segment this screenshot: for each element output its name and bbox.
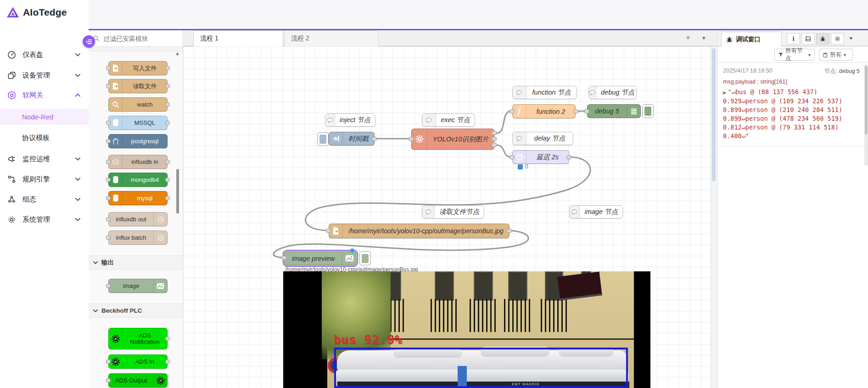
exec-output-port-2[interactable] (492, 137, 497, 141)
palette-node-ads-output[interactable]: ADS Output (106, 373, 170, 388)
canvas-scrollbar[interactable] (711, 46, 717, 388)
sidebar-item-gateway[interactable]: 软网关 (0, 88, 89, 102)
comment-delay[interactable]: delay 节点 (512, 132, 573, 145)
palette-node-ads-notification[interactable]: ADS Notification (106, 328, 170, 349)
sidebar-subitem-node-red[interactable]: Node-Red (0, 108, 89, 125)
palette-node-write-file[interactable]: 写入文件 (106, 61, 170, 75)
palette-node-postgresql[interactable]: postgresql (106, 134, 170, 148)
palette-node-influx-batch[interactable]: influx batch (106, 231, 170, 245)
palette-node-ads-in[interactable]: ADS In (106, 354, 170, 369)
function-input-port[interactable] (510, 109, 515, 113)
chevron-down-icon (75, 157, 80, 161)
exec-output-port-3[interactable] (492, 143, 497, 147)
node-delay-2s[interactable]: 延迟 2s (512, 150, 569, 164)
chevron-down-icon (75, 53, 80, 56)
palette-node-image[interactable]: image (106, 279, 170, 293)
image-icon (153, 279, 167, 292)
palette-node-mongodb4[interactable]: mongodb4 (106, 173, 170, 187)
tab-flow-2[interactable]: 流程 2 (284, 30, 379, 46)
magnifier-icon (109, 98, 123, 111)
sidebar-options-icon[interactable]: ▾ (850, 35, 852, 41)
info-tab-button[interactable]: i (787, 33, 800, 45)
palette-node-mysql[interactable]: mysql (106, 191, 170, 205)
comment-inject[interactable]: inject 节点 (325, 113, 375, 127)
detection-label: bus 92.9% (334, 333, 403, 347)
help-tab-button[interactable] (801, 33, 815, 45)
debug-filter-button[interactable]: 所有节点 ▾ (774, 49, 815, 61)
comment-read-file[interactable]: 读取文件节点 (422, 205, 484, 219)
debug-message[interactable]: 2025/4/17 18:16:50 节点: debug 5 msg.paylo… (717, 63, 864, 146)
delay-input-port[interactable] (510, 155, 515, 159)
palette-scrollbar[interactable] (176, 169, 179, 214)
file-input-port[interactable] (326, 229, 331, 233)
exec-input-port[interactable] (409, 137, 414, 141)
sidebar-item-dashboard[interactable]: 仪表盘 (0, 48, 89, 62)
tab-list-dropdown-icon[interactable]: ▾ (702, 34, 706, 41)
node-debug-5[interactable]: debug 5 (587, 104, 641, 118)
inject-trigger-button[interactable] (317, 132, 329, 146)
exec-output-port-1[interactable] (492, 131, 497, 135)
palette-node-influxdb-out[interactable]: influxdb out (106, 212, 170, 226)
preview-modified-dot (350, 248, 354, 253)
sidebar-collapse-button[interactable] (83, 35, 95, 48)
node-image-preview[interactable]: image preview (284, 251, 357, 265)
chevron-down-icon (75, 178, 80, 181)
debug-tab[interactable]: 调试窗口 (721, 32, 782, 46)
preview-input-port[interactable] (281, 256, 286, 260)
sidebar-item-system[interactable]: 系统管理 (0, 213, 89, 226)
brand-logo-icon (6, 6, 19, 18)
add-flow-button[interactable]: + (686, 33, 690, 42)
palette-section-beckhoff[interactable]: Beckhoff PLC (89, 304, 183, 318)
flow-tabbar: 流程 1 流程 2 + ▾ (183, 30, 717, 46)
gauge-icon (7, 51, 16, 59)
delay-output-port[interactable] (566, 155, 571, 159)
chevron-down-icon (93, 309, 98, 312)
bug-icon (726, 36, 733, 43)
function-output-port[interactable] (573, 109, 578, 113)
debug-clear-button[interactable]: 所有 ▾ (819, 49, 853, 61)
debug-toggle-button[interactable] (642, 104, 654, 118)
palette-node-read-file[interactable]: 读取文件 (106, 79, 170, 93)
debug-scrollbar[interactable] (864, 65, 868, 166)
comment-bubble-icon (422, 206, 435, 218)
palette-section-output[interactable]: 输出 (89, 255, 183, 270)
sidebar-item-configuration[interactable]: 组态 (0, 192, 89, 206)
palette-search-input[interactable] (102, 34, 173, 43)
debug-tab-button[interactable] (816, 33, 829, 45)
file-output-port[interactable] (507, 229, 512, 233)
debug-message-timestamp: 2025/4/17 18:16:50 (723, 67, 773, 75)
node-read-file-path[interactable]: /home/myir/tools/yolov10-cpp/outImage/pe… (329, 224, 510, 238)
image-icon (342, 252, 356, 265)
sidebar-item-monitoring[interactable]: 监控运维 (0, 152, 89, 166)
function-icon: ƒ (513, 105, 526, 118)
node-exec-yolov10[interactable]: YOLOv10识别图片 (411, 129, 494, 150)
sidebar-item-devices[interactable]: 设备管理 (0, 68, 89, 82)
preview-toggle-button[interactable] (359, 251, 371, 265)
debug-input-port[interactable] (584, 109, 589, 113)
comment-debug[interactable]: debug 节点 (588, 86, 637, 99)
palette-search[interactable] (89, 30, 183, 47)
palette-node-watch[interactable]: watch (106, 97, 170, 112)
chevron-down-icon (75, 218, 80, 221)
sidebar-subitem-protocol-template[interactable]: 协议模板 (0, 130, 89, 146)
sidebar-item-rules-engine[interactable]: 规则引擎 (0, 172, 89, 186)
palette-node-influxdb-in[interactable]: influxdb in (106, 155, 170, 169)
inject-output-port[interactable] (372, 137, 377, 141)
comment-exec[interactable]: exec 节点 (422, 113, 475, 127)
config-tab-button[interactable] (831, 33, 844, 45)
comment-bubble-icon (589, 86, 596, 99)
comment-function[interactable]: function 节点 (512, 86, 577, 99)
trash-icon (823, 52, 828, 57)
expand-icon[interactable]: ▶ (723, 90, 727, 95)
comment-image[interactable]: image 节点 (569, 205, 623, 219)
tab-flow-1[interactable]: 流程 1 (193, 30, 283, 46)
node-function-2[interactable]: ƒ function 2 (512, 104, 576, 118)
brand: AIoTedge (6, 6, 67, 18)
comment-bubble-icon (513, 132, 526, 145)
node-inject-timestamp[interactable]: 时间戳 (329, 132, 375, 146)
palette-scroll-up-icon[interactable]: ▲ (175, 51, 180, 56)
palette-section-clipped (89, 47, 183, 51)
app-sidebar: AIoTedge 仪表盘 设备管理 软网关 Node-Red 协议模板 监控运维 (0, 0, 89, 388)
chevron-down-icon (75, 198, 80, 201)
palette-node-mssql[interactable]: MSSQL (106, 116, 170, 130)
